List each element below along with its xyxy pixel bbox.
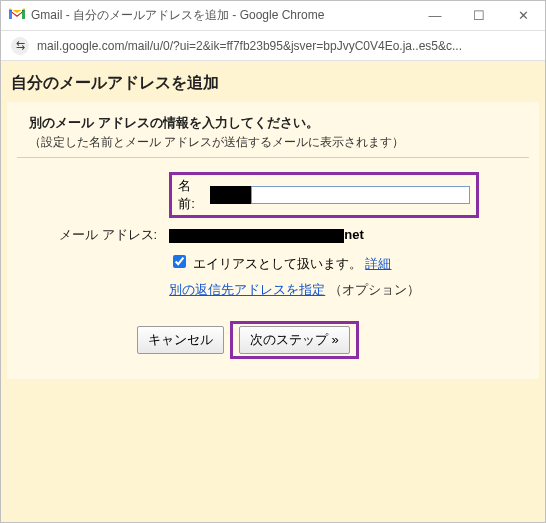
divider	[17, 157, 529, 158]
panel-subnote: （設定した名前とメール アドレスが送信するメールに表示されます）	[29, 134, 529, 151]
content-header: 自分のメールアドレスを追加	[7, 67, 539, 102]
alias-text: エイリアスとして扱います。	[193, 256, 362, 271]
titlebar-left: Gmail - 自分のメールアドレスを追加 - Google Chrome	[9, 7, 413, 24]
page-title: 自分のメールアドレスを追加	[11, 73, 535, 94]
next-button-highlight: 次のステップ »	[230, 321, 359, 359]
window-title: Gmail - 自分のメールアドレスを追加 - Google Chrome	[31, 7, 324, 24]
email-suffix: net	[344, 227, 364, 242]
email-value: net	[163, 222, 485, 248]
reply-to-link[interactable]: 別の返信先アドレスを指定	[169, 282, 325, 297]
name-row-highlight: 名前:	[169, 172, 479, 218]
url-text[interactable]: mail.google.com/mail/u/0/?ui=2&ik=ff7fb2…	[37, 39, 535, 53]
email-label: メール アドレス:	[53, 222, 163, 248]
form-table: 名前: メール アドレス: net エイリアスとして扱います。	[53, 168, 485, 303]
page-content: 自分のメールアドレスを追加 別のメール アドレスの情報を入力してください。 （設…	[1, 61, 545, 522]
name-redacted	[210, 186, 251, 204]
alias-detail-link[interactable]: 詳細	[365, 256, 391, 271]
next-step-button[interactable]: 次のステップ »	[239, 326, 350, 354]
alias-checkbox[interactable]	[173, 255, 186, 268]
email-redacted	[169, 229, 344, 243]
form-panel: 別のメール アドレスの情報を入力してください。 （設定した名前とメール アドレス…	[7, 102, 539, 379]
name-label: 名前:	[178, 177, 206, 213]
button-row: キャンセル 次のステップ »	[137, 321, 529, 359]
minimize-button[interactable]: —	[413, 1, 457, 31]
reply-to-option: （オプション）	[329, 282, 420, 297]
cancel-button[interactable]: キャンセル	[137, 326, 224, 354]
titlebar: Gmail - 自分のメールアドレスを追加 - Google Chrome — …	[1, 1, 545, 31]
name-input[interactable]	[251, 186, 471, 204]
chrome-window: Gmail - 自分のメールアドレスを追加 - Google Chrome — …	[0, 0, 546, 523]
maximize-button[interactable]: ☐	[457, 1, 501, 31]
panel-subtitle: 別のメール アドレスの情報を入力してください。	[29, 114, 529, 132]
window-controls: — ☐ ✕	[413, 1, 545, 31]
close-button[interactable]: ✕	[501, 1, 545, 31]
address-bar: ⇆ mail.google.com/mail/u/0/?ui=2&ik=ff7f…	[1, 31, 545, 61]
site-info-icon[interactable]: ⇆	[11, 37, 29, 55]
gmail-icon	[9, 8, 25, 23]
